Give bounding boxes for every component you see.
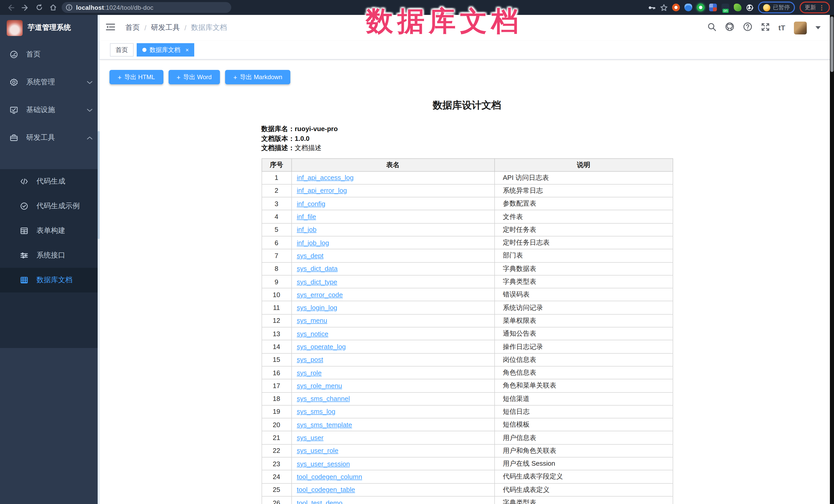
sidebar-item-codegen[interactable]: 代码生成 [0,169,100,194]
extension-icon[interactable] [684,4,692,11]
table-name-link[interactable]: sys_role_menu [297,382,342,390]
table-name-link[interactable]: sys_sms_template [297,421,352,429]
page-scroll-thumb[interactable] [830,17,833,72]
extension-icon[interactable] [697,4,704,11]
table-name-link[interactable]: sys_sms_channel [297,395,350,402]
col-header-desc: 说明 [494,158,673,171]
table-name-link[interactable]: sys_sms_log [297,408,335,416]
extensions-puzzle-icon[interactable] [746,4,753,11]
sidebar-scroll-thumb[interactable] [97,131,100,239]
sidebar-item-db-doc[interactable]: 数据库文档 [0,268,100,292]
row-description: 代码生成表字段定义 [494,470,673,483]
browser-refresh-icon[interactable] [36,4,43,11]
key-icon[interactable] [648,4,656,10]
browser-back-icon[interactable] [7,4,15,10]
table-name-link[interactable]: sys_login_log [297,304,337,311]
table-name-link[interactable]: sys_dict_data [297,265,337,272]
sidebar-item-home[interactable]: 首页 [0,41,100,68]
table-name-link[interactable]: sys_menu [297,317,327,325]
export-toolbar: + 导出 HTML + 导出 Word + 导出 Markdown [100,60,834,84]
doc-table-body: 1inf_api_access_logAPI 访问日志表2inf_api_err… [262,171,673,504]
user-avatar[interactable] [794,21,807,34]
table-name-link[interactable]: inf_file [297,213,316,220]
sidebar-item-devtools[interactable]: 研发工具 [0,124,100,152]
font-size-icon[interactable]: tT [778,24,785,32]
extension-icon[interactable] [672,4,680,11]
row-description: 通知公告表 [494,327,673,340]
tab-close-icon[interactable]: × [185,47,189,53]
table-name-link[interactable]: tool_test_demo [297,499,343,504]
row-description: 用户在线 Session [494,457,673,470]
export-html-button[interactable]: + 导出 HTML [109,70,163,84]
table-name-link[interactable]: sys_user_role [297,447,338,455]
table-name-link[interactable]: tool_codegen_table [297,486,355,494]
sidebar-item-codegen-example[interactable]: 代码生成示例 [0,194,100,218]
help-icon[interactable] [743,22,752,34]
table-name-link[interactable]: tool_codegen_column [297,473,362,481]
table-row: 1inf_api_access_logAPI 访问日志表 [262,171,673,184]
table-name-link[interactable]: inf_config [297,200,325,207]
table-row: 21sys_user用户信息表 [262,431,673,444]
table-row: 14sys_operate_log操作日志记录 [262,340,673,353]
breadcrumb-devtools[interactable]: 研发工具 [151,23,180,32]
sidebar-collapse-icon[interactable] [106,23,115,32]
sidebar-scrollbar[interactable] [97,15,100,504]
bookmark-star-icon[interactable] [660,4,667,11]
table-name-link[interactable]: sys_error_code [297,291,343,299]
sidebar-item-system-api[interactable]: 系统接口 [0,243,100,268]
tab-home[interactable]: 首页 [110,43,134,57]
github-icon[interactable] [725,22,734,34]
site-info-icon[interactable] [66,4,72,11]
app-logo[interactable]: 芋道管理系统 [0,15,100,41]
table-name-link[interactable]: sys_user [297,434,324,441]
export-word-button[interactable]: + 导出 Word [168,70,220,84]
address-bar[interactable]: localhost:1024/tool/db-doc [62,2,231,13]
user-menu-caret-icon[interactable] [815,26,821,29]
table-name-link[interactable]: sys_dept [297,252,324,260]
table-name-link[interactable]: sys_notice [297,330,328,337]
breadcrumb-home[interactable]: 首页 [125,23,140,32]
row-table-name: inf_api_error_log [291,184,494,197]
browser-update-button[interactable]: 更新 ⋮ [799,2,830,13]
extension-icon[interactable] [734,4,742,11]
export-markdown-button[interactable]: + 导出 Markdown [225,70,291,84]
sidebar-item-infra[interactable]: 基础设施 [0,96,100,124]
table-name-link[interactable]: sys_post [297,356,323,364]
page-content: + 导出 HTML + 导出 Word + 导出 Markdown 数据库设计文… [100,60,834,504]
extension-icon[interactable] [709,4,717,11]
row-description: 操作日志记录 [494,340,673,353]
extension-paused-badge[interactable]: 已暂停 [758,2,795,13]
row-description: 定时任务表 [494,223,673,236]
table-name-link[interactable]: sys_operate_log [297,343,346,351]
tab-db-doc[interactable]: 数据库文档 × [137,43,195,57]
chevron-up-icon [87,136,92,139]
table-name-link[interactable]: inf_job [297,226,316,234]
chevron-down-icon [87,108,92,112]
row-table-name: sys_sms_log [291,405,494,418]
sidebar-item-system[interactable]: 系统管理 [0,68,100,96]
table-name-link[interactable]: inf_job_log [297,239,329,246]
sidebar-item-form-builder[interactable]: 表单构建 [0,218,100,243]
table-name-link[interactable]: inf_api_access_log [297,174,354,181]
browser-home-icon[interactable] [50,4,57,11]
table-name-link[interactable]: sys_role [297,369,322,376]
table-row: 20sys_sms_template短信模板 [262,418,673,431]
meta-doc-version: 文档版本：1.0.0 [261,134,673,144]
table-name-link[interactable]: sys_user_session [297,460,350,467]
paused-label: 已暂停 [773,4,790,11]
page-scrollbar[interactable] [830,15,834,504]
fullscreen-icon[interactable] [761,22,770,33]
table-name-link[interactable]: inf_api_error_log [297,187,347,195]
table-name-link[interactable]: sys_dict_type [297,278,337,286]
row-number: 4 [262,210,291,223]
breadcrumb-separator: / [184,24,186,32]
row-number: 12 [262,314,291,327]
browser-menu-icon[interactable]: ⋮ [818,4,825,10]
row-table-name: sys_error_code [291,288,494,301]
search-icon[interactable] [708,22,716,33]
extension-on-icon[interactable]: on [722,4,729,11]
row-table-name: sys_user_role [291,444,494,457]
sidebar-item-label: 系统管理 [26,78,55,87]
row-table-name: inf_file [291,210,494,223]
browser-forward-icon[interactable] [22,4,29,10]
